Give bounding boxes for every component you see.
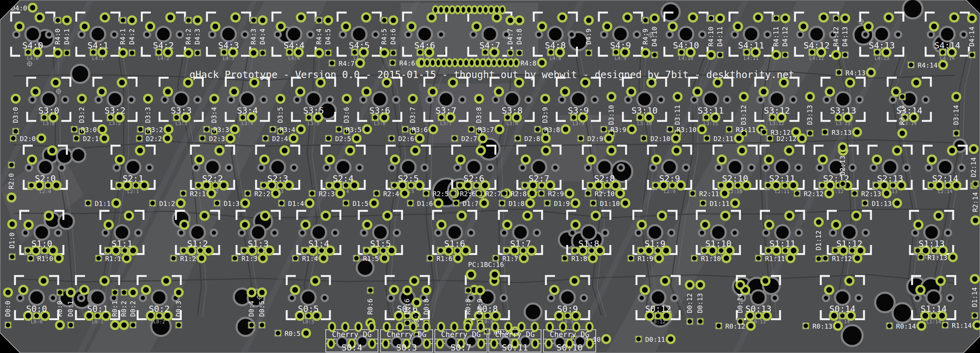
round-pad [747, 322, 755, 330]
drill-hole [91, 27, 105, 41]
component-footprint: R3:14 [898, 94, 906, 137]
drill-hole [809, 27, 824, 41]
round-pad [28, 156, 36, 164]
drill-hole [613, 27, 628, 41]
component-label: R0:6 [366, 299, 374, 315]
switch-label: S1:2 [187, 239, 208, 249]
round-pad [722, 254, 730, 262]
drill-hole [152, 290, 167, 305]
switch-label: S0:1 [87, 304, 108, 314]
component-label: R1:5 [363, 255, 379, 262]
drill-hole [835, 290, 850, 305]
component-label: R4:0 [54, 29, 61, 45]
round-pad [312, 277, 320, 285]
component-footprint: D1:5 [343, 199, 378, 207]
round-pad [806, 93, 814, 101]
drill-hole [548, 27, 563, 41]
round-pad [697, 281, 704, 289]
round-pad [302, 329, 310, 337]
round-pad [820, 14, 828, 22]
square-pad [353, 255, 360, 262]
drill-hole [525, 97, 531, 103]
connector-pad [477, 6, 483, 14]
square-pad [450, 190, 457, 197]
drill-hole [531, 160, 546, 175]
round-pad [208, 189, 215, 197]
drill-hole [651, 290, 665, 305]
square-pad [343, 200, 349, 207]
component-footprint: R2:3 [309, 189, 344, 197]
drill-hole [940, 27, 955, 41]
drill-hole [22, 230, 29, 236]
drill-hole [683, 164, 689, 171]
square-pad [953, 130, 960, 137]
component-footprint: D1:14 [970, 275, 978, 319]
component-label: D1:1 [95, 200, 111, 207]
led-label: L4:8 [549, 56, 561, 61]
drill-hole [46, 31, 52, 38]
component-label: D4:13 [841, 27, 849, 46]
round-pad [669, 23, 677, 31]
square-pad [535, 126, 541, 133]
cherry-module-header: Cherry DG [550, 330, 589, 339]
component-label: D0:9 [476, 299, 484, 315]
square-pad [71, 126, 78, 133]
component-label: D3:2 [78, 107, 85, 123]
component-footprint: D2:7 [452, 135, 487, 143]
square-pad [755, 255, 762, 262]
drill-hole [671, 295, 678, 301]
component-label: D2:4 [272, 135, 288, 143]
drill-hole [340, 31, 346, 38]
led-label: L2:9 [664, 189, 676, 194]
drill-hole [923, 97, 929, 103]
component-footprint: D4:6 [389, 16, 397, 56]
switch-label: S3:8 [502, 106, 523, 116]
led-label: L4:9 [614, 56, 627, 61]
round-pad [972, 217, 979, 224]
drill-hole [71, 65, 89, 83]
component-footprint: R4:1 [119, 17, 127, 57]
component-footprint: D4:12 [781, 14, 789, 59]
square-pad [452, 135, 458, 142]
round-pad [164, 135, 172, 142]
round-pad [832, 51, 840, 59]
component-footprint: D1:12 [815, 218, 822, 262]
component-label: R4:12 [832, 27, 840, 46]
component-label: D1:11 [710, 200, 730, 207]
drill-hole [38, 160, 52, 175]
drill-hole [393, 97, 399, 103]
drill-hole [90, 290, 105, 305]
round-pad [306, 199, 313, 207]
led-label: L4:0 [27, 56, 39, 61]
switch-label: S4:8 [545, 40, 566, 51]
component-label: R1:11 [765, 255, 785, 262]
component-label: R2:13 [861, 190, 881, 197]
square-pad [120, 17, 126, 24]
drill-hole [258, 164, 264, 171]
square-pad [407, 200, 414, 207]
round-pad [457, 156, 465, 164]
switch-label: S1:10 [705, 239, 731, 249]
component-label: R3:10 [676, 126, 697, 134]
component-footprint: R3:13 [822, 128, 861, 136]
square-pad [105, 247, 112, 254]
component-label: R4:14 [918, 61, 937, 69]
component-footprint: R4:13 [836, 68, 875, 77]
drill-hole [26, 164, 32, 171]
drill-hole [275, 31, 281, 38]
component-label: R2:10 [595, 190, 614, 197]
component-label: D3:9 [541, 107, 549, 123]
round-pad [826, 88, 834, 96]
drill-hole [912, 230, 918, 236]
component-footprint: R3:11 [726, 126, 765, 134]
drill-hole [602, 230, 608, 236]
cherry-pad [369, 323, 375, 331]
component-footprint: R1:10 [691, 254, 730, 262]
component-footprint: R1:5 [353, 254, 388, 262]
square-pad [833, 15, 840, 22]
component-label: D2:9 [587, 135, 603, 143]
drill-hole [928, 31, 934, 38]
component-label: R1:8 [571, 255, 587, 262]
round-pad [883, 189, 891, 197]
round-pad [454, 254, 462, 262]
